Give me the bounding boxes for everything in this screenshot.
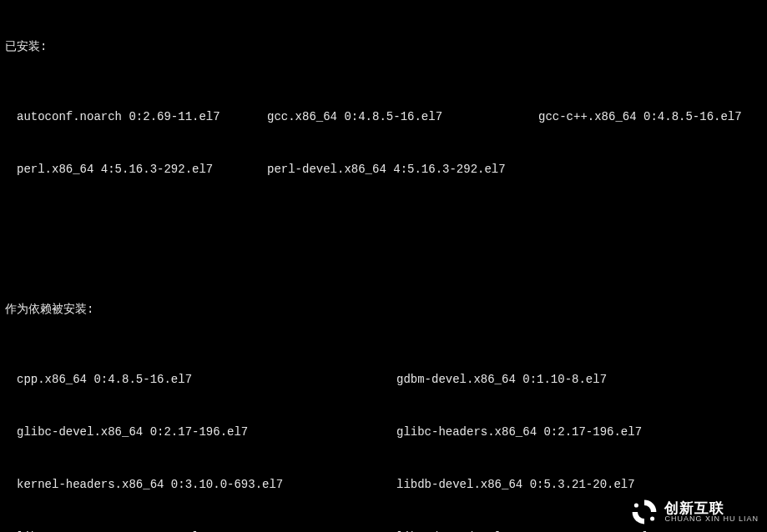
package: gdbm-devel.x86_64 0:1.10-8.el7 xyxy=(396,371,762,389)
package: perl-devel.x86_64 4:5.16.3-292.el7 xyxy=(267,161,538,178)
dep-row: kernel-headers.x86_64 0:3.10.0-693.el7li… xyxy=(5,476,762,494)
package: cpp.x86_64 0:4.8.5-16.el7 xyxy=(17,371,396,389)
installed-row: perl.x86_64 4:5.16.3-292.el7 perl-devel.… xyxy=(5,161,762,178)
package xyxy=(538,161,762,178)
package: libdb-devel.x86_64 0:5.3.21-20.el7 xyxy=(396,476,762,494)
section-header-deps: 作为依赖被安装: xyxy=(5,301,762,319)
package: autoconf.noarch 0:2.69-11.el7 xyxy=(17,108,267,126)
package: libmpc.x86_64 0:1.0.1-3.el7 xyxy=(17,529,396,532)
terminal-output[interactable]: 已安装: autoconf.noarch 0:2.69-11.el7 gcc.x… xyxy=(0,0,767,532)
package: glibc-devel.x86_64 0:2.17-196.el7 xyxy=(17,424,396,441)
blank-line xyxy=(5,231,762,248)
package: libstdc++-devel.x86_64 0:4.8.5-16.el7 xyxy=(396,529,762,532)
package: glibc-headers.x86_64 0:2.17-196.el7 xyxy=(396,424,762,441)
package: gcc-c++.x86_64 0:4.8.5-16.el7 xyxy=(538,108,762,126)
package: perl.x86_64 4:5.16.3-292.el7 xyxy=(17,161,267,178)
dep-row: cpp.x86_64 0:4.8.5-16.el7gdbm-devel.x86_… xyxy=(5,371,762,389)
installed-row: autoconf.noarch 0:2.69-11.el7 gcc.x86_64… xyxy=(5,108,762,126)
package: gcc.x86_64 0:4.8.5-16.el7 xyxy=(267,108,538,126)
dep-row: libmpc.x86_64 0:1.0.1-3.el7libstdc++-dev… xyxy=(5,529,762,532)
package: kernel-headers.x86_64 0:3.10.0-693.el7 xyxy=(17,476,396,494)
dep-row: glibc-devel.x86_64 0:2.17-196.el7glibc-h… xyxy=(5,424,762,441)
section-header-installed: 已安装: xyxy=(5,38,762,56)
